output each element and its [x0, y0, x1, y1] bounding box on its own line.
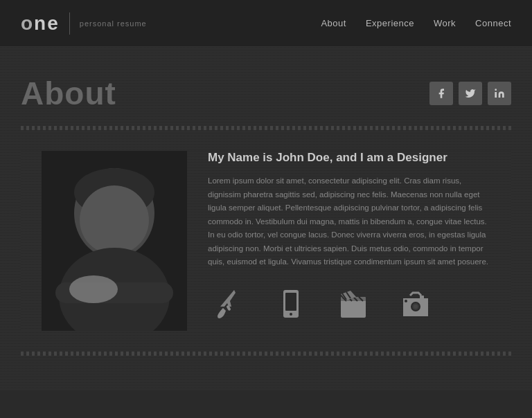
- paintbrush-icon: [208, 283, 249, 325]
- hero-section: About: [0, 47, 532, 390]
- svg-point-16: [290, 313, 292, 316]
- camera-icon: [395, 283, 436, 325]
- skills-icons: [208, 283, 490, 325]
- facebook-icon[interactable]: [429, 82, 453, 105]
- svg-point-30: [405, 300, 407, 302]
- main-nav: About Experience Work Connect: [321, 18, 511, 28]
- profile-photo: [42, 151, 187, 331]
- logo-tagline: personal resume: [80, 19, 147, 28]
- bottom-divider: [21, 352, 511, 356]
- nav-connect[interactable]: Connect: [475, 18, 511, 28]
- about-header: About: [21, 75, 511, 112]
- clapperboard-icon: [332, 283, 374, 325]
- svg-rect-17: [341, 300, 366, 318]
- bio-text: Lorem ipsum dolor sit amet, consectetur …: [208, 174, 490, 269]
- mobile-icon: [270, 283, 312, 325]
- logo: one: [21, 12, 60, 35]
- svg-point-29: [414, 305, 418, 309]
- nav-about[interactable]: About: [321, 18, 346, 28]
- logo-divider: [69, 12, 70, 35]
- bio-title: My Name is John Doe, and I am a Designer: [208, 151, 490, 165]
- section-divider: [21, 126, 511, 130]
- content-area: My Name is John Doe, and I am a Designer…: [21, 151, 511, 331]
- svg-point-0: [495, 89, 497, 91]
- social-icons: [429, 82, 511, 105]
- text-content: My Name is John Doe, and I am a Designer…: [208, 151, 490, 331]
- site-header: one personal resume About Experience Wor…: [0, 0, 532, 47]
- svg-rect-12: [42, 151, 187, 331]
- nav-work[interactable]: Work: [434, 18, 456, 28]
- profile-image-container: [42, 151, 187, 331]
- nav-experience[interactable]: Experience: [366, 18, 414, 28]
- linkedin-icon[interactable]: [488, 82, 511, 105]
- about-title: About: [21, 75, 116, 112]
- logo-area: one personal resume: [21, 12, 147, 35]
- svg-rect-31: [420, 296, 424, 299]
- twitter-icon[interactable]: [459, 82, 482, 105]
- svg-rect-15: [285, 293, 296, 311]
